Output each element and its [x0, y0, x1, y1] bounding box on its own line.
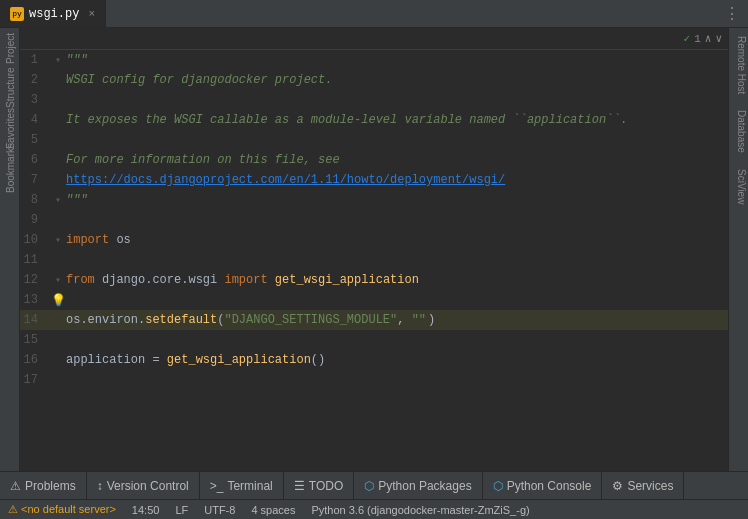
- tab-close-button[interactable]: ×: [88, 8, 95, 20]
- main-area: Project Structure Favorites Bookmarks ✓ …: [0, 28, 748, 471]
- code-line-14: 14 os.environ.setdefault("DJANGO_SETTING…: [20, 310, 728, 330]
- file-tab[interactable]: py wsgi.py ×: [0, 0, 106, 27]
- code-lines: 1 ▾ """ 2 WSGI config for djangodocker p…: [20, 50, 728, 471]
- status-line-ending[interactable]: LF: [175, 504, 188, 516]
- version-control-button[interactable]: ↕ Version Control: [87, 472, 200, 499]
- code-line-9: 9: [20, 210, 728, 230]
- status-time: 14:50: [132, 504, 160, 516]
- todo-button[interactable]: ☰ TODO: [284, 472, 354, 499]
- sidebar-item-database[interactable]: Database: [729, 102, 749, 161]
- nav-up-button[interactable]: ∧: [705, 32, 712, 45]
- problems-icon: ⚠: [10, 479, 21, 493]
- services-icon: ⚙: [612, 479, 623, 493]
- nav-down-button[interactable]: ∨: [715, 32, 722, 45]
- sidebar-item-sciview[interactable]: SciView: [729, 161, 749, 212]
- code-line-6: 6 For more information on this file, see: [20, 150, 728, 170]
- terminal-label: Terminal: [227, 479, 272, 493]
- code-line-16: 16 application = get_wsgi_application(): [20, 350, 728, 370]
- more-tabs-button[interactable]: ⋮: [716, 4, 748, 24]
- bottom-toolbar: ⚠ Problems ↕ Version Control >_ Terminal…: [0, 471, 748, 499]
- code-line-7: 7 https://docs.djangoproject.com/en/1.11…: [20, 170, 728, 190]
- fold-icon-8[interactable]: ▾: [55, 194, 61, 206]
- tab-bar: py wsgi.py × ⋮: [0, 0, 748, 28]
- python-console-button[interactable]: ⬡ Python Console: [483, 472, 603, 499]
- left-sidebar: Project Structure Favorites Bookmarks: [0, 28, 20, 471]
- code-line-12: 12 ▾ from django.core.wsgi import get_ws…: [20, 270, 728, 290]
- code-editor[interactable]: 1 ▾ """ 2 WSGI config for djangodocker p…: [20, 50, 728, 471]
- fold-icon[interactable]: ▾: [55, 54, 61, 66]
- check-icon: ✓: [684, 32, 691, 45]
- python-file-icon: py: [10, 7, 24, 21]
- sidebar-item-project[interactable]: Project: [0, 28, 20, 68]
- sidebar-item-bookmarks[interactable]: Bookmarks: [0, 148, 20, 188]
- bulb-icon[interactable]: 💡: [51, 293, 66, 308]
- todo-label: TODO: [309, 479, 343, 493]
- code-line-10: 10 ▾ import os: [20, 230, 728, 250]
- status-warning[interactable]: ⚠ <no default server>: [8, 503, 116, 516]
- services-label: Services: [627, 479, 673, 493]
- status-indent[interactable]: 4 spaces: [251, 504, 295, 516]
- status-python[interactable]: Python 3.6 (djangodocker-master-ZmZiS_-g…: [311, 504, 529, 516]
- code-line-5: 5: [20, 130, 728, 150]
- url-link[interactable]: https://docs.djangoproject.com/en/1.11/h…: [66, 173, 505, 187]
- fold-icon-10[interactable]: ▾: [55, 234, 61, 246]
- code-line-1: 1 ▾ """: [20, 50, 728, 70]
- editor-nav: ✓ 1 ∧ ∨: [684, 32, 722, 45]
- sidebar-item-remote-host[interactable]: Remote Host: [729, 28, 749, 102]
- problems-button[interactable]: ⚠ Problems: [0, 472, 87, 499]
- status-bar: ⚠ <no default server> 14:50 LF UTF-8 4 s…: [0, 499, 748, 519]
- problems-label: Problems: [25, 479, 76, 493]
- code-line-13: 13 💡: [20, 290, 728, 310]
- nav-count: 1: [694, 33, 701, 45]
- tab-label: wsgi.py: [29, 7, 79, 21]
- code-line-17: 17: [20, 370, 728, 390]
- version-control-label: Version Control: [107, 479, 189, 493]
- terminal-button[interactable]: >_ Terminal: [200, 472, 284, 499]
- terminal-icon: >_: [210, 479, 224, 493]
- code-line-15: 15: [20, 330, 728, 350]
- editor-area: ✓ 1 ∧ ∨ 1 ▾ """ 2 WSGI config for djang: [20, 28, 728, 471]
- editor-header: ✓ 1 ∧ ∨: [20, 28, 728, 50]
- right-sidebar: Remote Host Database SciView: [728, 28, 748, 471]
- python-console-icon: ⬡: [493, 479, 503, 493]
- status-encoding[interactable]: UTF-8: [204, 504, 235, 516]
- code-line-11: 11: [20, 250, 728, 270]
- python-packages-label: Python Packages: [378, 479, 471, 493]
- fold-icon-12[interactable]: ▾: [55, 274, 61, 286]
- sidebar-item-structure[interactable]: Structure: [0, 68, 20, 108]
- python-packages-button[interactable]: ⬡ Python Packages: [354, 472, 482, 499]
- services-button[interactable]: ⚙ Services: [602, 472, 684, 499]
- version-control-icon: ↕: [97, 479, 103, 493]
- todo-icon: ☰: [294, 479, 305, 493]
- code-line-4: 4 It exposes the WSGI callable as a modu…: [20, 110, 728, 130]
- code-line-8: 8 ▾ """: [20, 190, 728, 210]
- python-console-label: Python Console: [507, 479, 592, 493]
- code-line-3: 3: [20, 90, 728, 110]
- python-packages-icon: ⬡: [364, 479, 374, 493]
- code-line-2: 2 WSGI config for djangodocker project.: [20, 70, 728, 90]
